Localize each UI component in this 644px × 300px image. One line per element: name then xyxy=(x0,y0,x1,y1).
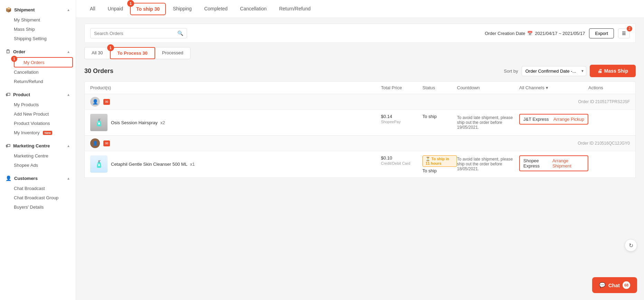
sub-tab-to-process[interactable]: 1To Process 30 xyxy=(110,47,155,59)
product-info-order-1: 🧴 Osis Session Hairspray x2 xyxy=(90,114,381,131)
chat-button[interactable]: 💬 Chat 68 xyxy=(592,277,637,293)
channel-action-order-2[interactable]: Arrange Shipment xyxy=(552,158,584,169)
sidebar-item-chat-broadcast-group[interactable]: Chat Broadcast Group xyxy=(14,193,76,202)
help-icon[interactable]: ↻ xyxy=(625,239,637,252)
channel-col-order-1: J&T Express Arrange Pickup xyxy=(519,114,588,125)
sidebar-item-my-inventory[interactable]: My InventoryNew xyxy=(14,128,76,137)
mass-ship-button[interactable]: 🖨 Mass Ship xyxy=(590,65,636,77)
section-icon-product: 🏷 xyxy=(6,92,10,97)
channel-name-order-2: Shopee Express xyxy=(523,158,552,169)
sidebar-item-shipping-setting[interactable]: Shipping Setting xyxy=(14,34,76,43)
sidebar-section-marketing: 🏷Marketing Centre▲Marketing CentreShopee… xyxy=(0,140,76,171)
section-label-order: Order xyxy=(13,49,25,54)
tab-unpaid[interactable]: Unpaid xyxy=(102,1,129,17)
sub-tab-label-all: All 30 xyxy=(92,50,103,55)
tab-return-refund[interactable]: Return/Refund xyxy=(273,1,316,17)
sidebar-item-my-orders[interactable]: 1My Orders xyxy=(14,57,73,67)
sidebar-item-label-cancellation: Cancellation xyxy=(14,70,39,75)
channel-box-order-2: Shopee Express Arrange Shipment xyxy=(519,155,588,171)
sidebar-section-shipment: 📦Shipment▲My ShipmentMass ShipShipping S… xyxy=(0,4,76,45)
chat-icon: 💬 xyxy=(599,282,606,288)
col-channels[interactable]: All Channels ▾ xyxy=(519,85,588,90)
sidebar-section-header-product[interactable]: 🏷Product▲ xyxy=(0,89,76,100)
sidebar-section-header-marketing[interactable]: 🏷Marketing Centre▲ xyxy=(0,140,76,151)
new-badge-my-inventory: New xyxy=(43,131,52,135)
tab-to-ship[interactable]: 1To ship 30 xyxy=(130,3,166,15)
product-qty-order-1: x2 xyxy=(160,120,165,125)
payment-method-order-1: ShopeePay xyxy=(381,120,422,124)
order-row-order-1: 🧴 Osis Session Hairspray x2 $0.14 Shopee… xyxy=(85,110,635,135)
sidebar-item-label-chat-broadcast-group: Chat Broadcast Group xyxy=(14,195,58,200)
sidebar-item-label-shopee-ads: Shopee Ads xyxy=(14,163,38,168)
sidebar-item-add-new-product[interactable]: Add New Product xyxy=(14,109,76,119)
sidebar-items-product: My ProductsAdd New ProductProduct Violat… xyxy=(0,100,76,139)
tab-label-all: All xyxy=(90,6,95,11)
sidebar-items-order: 1My OrdersCancellationReturn/Refund xyxy=(0,57,76,88)
chat-badge: 68 xyxy=(623,281,630,289)
sidebar-item-cancellation[interactable]: Cancellation xyxy=(14,67,76,77)
sidebar-item-shopee-ads[interactable]: Shopee Ads xyxy=(14,161,76,170)
col-channels-label: All Channels xyxy=(519,85,544,90)
sidebar-section-header-customers[interactable]: 👤Customers▲ xyxy=(0,173,76,184)
order-card-header-order-1: 👤 ✉ Order ID 210517TPRS2JSF xyxy=(85,94,635,110)
sidebar-section-product: 🏷Product▲My ProductsAdd New ProductProdu… xyxy=(0,89,76,139)
sidebar-item-marketing-centre[interactable]: Marketing Centre xyxy=(14,151,76,161)
section-icon-shipment: 📦 xyxy=(6,7,11,12)
product-thumb-order-2: 🧴 xyxy=(90,155,108,173)
tab-cancellation[interactable]: Cancellation xyxy=(234,1,272,17)
content-area: 🔍 Order Creation Date 📅 2021/04/17 ~ 202… xyxy=(76,18,644,300)
status-text-order-1: To ship xyxy=(422,114,457,119)
export-button[interactable]: Export xyxy=(589,28,614,38)
search-input[interactable] xyxy=(94,31,177,36)
sidebar-item-label-marketing-centre: Marketing Centre xyxy=(14,153,48,158)
tab-label-return-refund: Return/Refund xyxy=(279,6,310,11)
payment-method-order-2: Credit/Debit Card xyxy=(381,161,422,165)
message-icon-order-1[interactable]: ✉ xyxy=(103,99,110,105)
order-id-order-2: Order ID 210516QC12JGY0 xyxy=(578,141,630,146)
sidebar-item-label-my-orders: My Orders xyxy=(24,60,45,65)
sidebar-item-buyers-details[interactable]: Buyers' Details xyxy=(14,202,76,212)
mass-ship-label: Mass Ship xyxy=(604,68,628,74)
sidebar-section-header-order[interactable]: 🗒Order▲ xyxy=(0,46,76,57)
mass-ship-icon: 🖨 xyxy=(597,68,602,74)
sidebar-item-label-my-shipment: My Shipment xyxy=(14,17,40,22)
sidebar-item-label-my-products: My Products xyxy=(14,102,39,107)
tab-shipping[interactable]: Shipping xyxy=(167,1,197,17)
sort-select[interactable]: Order Confirmed Date -... xyxy=(522,66,586,76)
sidebar-item-mass-ship[interactable]: Mass Ship xyxy=(14,25,76,34)
product-thumb-order-1: 🧴 xyxy=(90,114,108,131)
sidebar-item-my-products[interactable]: My Products xyxy=(14,100,76,109)
tab-completed[interactable]: Completed xyxy=(199,1,233,17)
sub-tab-processed[interactable]: Processed xyxy=(155,47,190,59)
status-col-order-2: ⏳ To ship in 11 hours To ship xyxy=(422,155,457,173)
sidebar-item-chat-broadcast[interactable]: Chat Broadcast xyxy=(14,184,76,193)
chevron-icon-marketing: ▲ xyxy=(67,144,70,148)
sub-tab-label-to-process: To Process 30 xyxy=(118,51,148,56)
channels-chevron-icon: ▾ xyxy=(546,85,548,90)
message-icon-order-2[interactable]: ✉ xyxy=(103,140,110,146)
sidebar-item-product-violations[interactable]: Product Violations xyxy=(14,119,76,128)
search-input-wrap[interactable]: 🔍 xyxy=(90,28,187,38)
sort-label: Sort by xyxy=(504,69,518,74)
menu-icon-button[interactable]: ☰ 2 xyxy=(618,28,630,38)
col-countdown: Countdown xyxy=(457,85,519,90)
sidebar-item-return-refund[interactable]: Return/Refund xyxy=(14,77,76,86)
tab-label-completed: Completed xyxy=(204,6,228,11)
chevron-icon-customers: ▲ xyxy=(67,176,70,180)
col-actions: Actions xyxy=(588,85,630,90)
status-text-order-2: To ship xyxy=(422,168,457,173)
sidebar-item-my-shipment[interactable]: My Shipment xyxy=(14,15,76,25)
section-icon-customers: 👤 xyxy=(6,175,11,181)
product-qty-order-2: x1 xyxy=(190,162,195,167)
sort-select-wrap[interactable]: Order Confirmed Date -... xyxy=(522,66,586,76)
order-header-left-order-2: 👤 ✉ xyxy=(90,138,110,148)
sidebar-section-header-shipment[interactable]: 📦Shipment▲ xyxy=(0,4,76,15)
channel-action-order-1[interactable]: Arrange Pickup xyxy=(553,117,584,122)
date-filter: Order Creation Date 📅 2021/04/17 ~ 2021/… xyxy=(485,31,585,36)
section-icon-marketing: 🏷 xyxy=(6,143,10,148)
product-details-order-2: Cetaphil Gentle Skin Cleanser 500 ML x1 xyxy=(111,162,195,167)
sub-tab-badge-to-process: 1 xyxy=(107,44,114,51)
tab-all[interactable]: All xyxy=(84,1,101,17)
sub-tab-all[interactable]: All 30 xyxy=(84,47,110,59)
sidebar-item-label-shipping-setting: Shipping Setting xyxy=(14,36,47,41)
